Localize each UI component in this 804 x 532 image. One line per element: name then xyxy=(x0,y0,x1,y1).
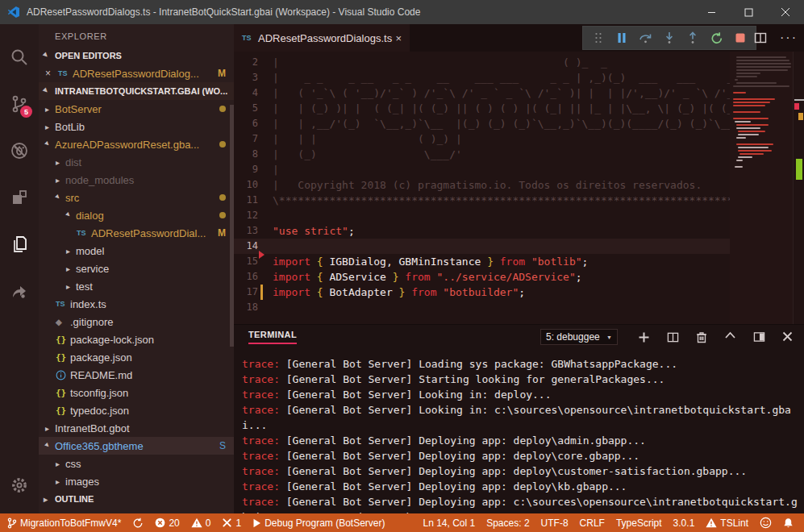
status-encoding[interactable]: UTF-8 xyxy=(535,513,574,532)
maximize-panel-button[interactable] xyxy=(724,331,736,343)
tree-item-azureadpasswordreset-gba-[interactable]: ▸AzureADPasswordReset.gba... xyxy=(39,135,234,153)
code-line-15[interactable]: 15import { IGBDialog, GBMinInstance } fr… xyxy=(234,254,730,269)
new-terminal-button[interactable] xyxy=(638,331,650,343)
status-notifications-bell[interactable] xyxy=(777,513,799,532)
close-button[interactable] xyxy=(767,0,804,24)
line-content: | | ,__/'(_) `\__,_)`\__ |(_) (_) (_)`\_… xyxy=(258,116,730,131)
debug-restart-button[interactable] xyxy=(706,27,727,48)
status-cursor-position[interactable]: Ln 14, Col 1 xyxy=(417,513,481,532)
move-panel-right-button[interactable] xyxy=(753,331,765,343)
open-editors-header[interactable]: ▸OPEN EDITORS xyxy=(39,47,234,64)
code-line-6[interactable]: 6| | ,__/'(_) `\__,_)`\__ |(_) (_) (_)`\… xyxy=(234,116,730,131)
code-line-3[interactable]: 3| _ _ _ __ _ _ __ ___ ___ _ _ | ,_)(_) … xyxy=(234,70,730,85)
code-line-10[interactable]: 10| Copyright 2018 (c) pragmatismo.io. T… xyxy=(234,177,730,193)
code-line-2[interactable]: 2| ( )_ _ xyxy=(234,55,730,70)
activity-search-button[interactable] xyxy=(0,34,39,81)
tree-item-office365-gbtheme[interactable]: ▸Office365.gbthemeS xyxy=(39,437,234,455)
tree-item-css[interactable]: ▸css xyxy=(39,455,234,472)
code-line-9[interactable]: 9| xyxy=(234,162,730,177)
overview-ruler[interactable] xyxy=(793,52,804,324)
tree-item-src[interactable]: ▸src xyxy=(39,189,234,206)
tree-item--gitignore[interactable]: ◆.gitignore xyxy=(39,313,234,330)
vscode-logo-icon xyxy=(7,6,20,19)
close-icon[interactable]: × xyxy=(45,68,58,79)
tree-item-label: typedoc.json xyxy=(70,405,129,417)
code-line-14[interactable]: 14 xyxy=(234,239,730,254)
activity-explorer-button[interactable] xyxy=(0,221,39,268)
code-line-8[interactable]: 8| (_) \___/' xyxy=(234,147,730,162)
maximize-button[interactable] xyxy=(730,0,767,24)
debug-drag-grip-button[interactable] xyxy=(588,27,609,48)
outline-header[interactable]: ▸OUTLINE xyxy=(39,490,234,508)
code-line-5[interactable]: 5| | (_) )| | ( (_| |( (_) || ( ) ( ) |(… xyxy=(234,101,730,116)
status-git-branch[interactable]: MigrationToBotFmwV4* xyxy=(2,513,127,532)
tree-item-adresetpassworddial-[interactable]: TSADResetPasswordDial...M xyxy=(39,224,234,242)
status-language-mode[interactable]: TypeScript xyxy=(610,513,668,532)
activity-debug-button[interactable] xyxy=(0,127,39,174)
status-warnings[interactable]: 0 xyxy=(185,513,217,532)
code-lines[interactable]: 2| ( )_ _3| _ _ _ __ _ _ __ ___ ___ _ _ … xyxy=(234,52,730,324)
code-editor[interactable]: 2| ( )_ _3| _ _ _ __ _ _ __ ___ ___ _ _ … xyxy=(234,52,804,324)
status-tslint[interactable]: TSLint xyxy=(700,513,754,532)
tree-item-label: src xyxy=(65,192,79,204)
debug-step-into-button[interactable] xyxy=(659,27,680,48)
tree-item-botserver[interactable]: ▸BotServer xyxy=(39,100,234,118)
split-editor-button[interactable] xyxy=(754,31,767,44)
activity-source-control-button[interactable]: 5 xyxy=(0,81,39,127)
status-label: TSLint xyxy=(720,517,748,529)
tree-item-test[interactable]: ▸test xyxy=(39,277,234,295)
tree-item-label: AzureADPasswordReset.gba... xyxy=(55,139,199,151)
tree-item-typedoc-json[interactable]: {}typedoc.json xyxy=(39,401,234,419)
status-version[interactable]: 3.0.1 xyxy=(668,513,701,532)
tree-item-tsconfig-json[interactable]: {}tsconfig.json xyxy=(39,384,234,401)
code-line-17[interactable]: 17import { BotAdapter } from "botbuilder… xyxy=(234,285,730,300)
status-eol[interactable]: CRLF xyxy=(574,513,610,532)
tree-item-index-ts[interactable]: TSindex.ts xyxy=(39,295,234,313)
minimap[interactable] xyxy=(730,52,793,324)
minimize-button[interactable] xyxy=(693,0,730,24)
tree-item-intranetbot-gbot[interactable]: ▸IntranetBot.gbot xyxy=(39,419,234,437)
open-editor-item[interactable]: ×TSADResetPasswordDialog...M xyxy=(39,64,234,82)
tab-close-icon[interactable]: × xyxy=(395,32,402,44)
code-line-16[interactable]: 16import { ADService } from "../service/… xyxy=(234,269,730,285)
activity-share-button[interactable] xyxy=(0,268,39,314)
code-line-4[interactable]: 4| ( '_`\ ( '__)/'_` ) /'_`\ /' _ ` _ `\… xyxy=(234,85,730,101)
status-sync[interactable] xyxy=(127,513,149,532)
kill-terminal-button[interactable] xyxy=(696,331,707,343)
terminal-tab[interactable]: TERMINAL xyxy=(248,330,297,344)
editor-tab-active[interactable]: TS ADResetPasswordDialogs.ts × xyxy=(234,24,410,52)
tree-item-images[interactable]: ▸images xyxy=(39,472,234,490)
split-terminal-button[interactable] xyxy=(667,331,679,343)
tree-item-dist[interactable]: ▸dist xyxy=(39,153,234,171)
code-line-7[interactable]: 7| | | ( )_) | xyxy=(234,131,730,147)
terminal-output[interactable]: trace: [General Bot Server] Loading sys … xyxy=(234,349,799,513)
code-line-18[interactable]: 18 xyxy=(234,300,730,315)
debug-step-over-button[interactable] xyxy=(635,27,656,48)
debug-stop-button[interactable] xyxy=(730,27,751,48)
tree-item-botlib[interactable]: ▸BotLib xyxy=(39,118,234,135)
workspace-header[interactable]: ▸INTRANETBOTQUICKSTART.GBAI (WO... xyxy=(39,82,234,100)
tree-item-node-modules[interactable]: ▸node_modules xyxy=(39,171,234,189)
code-line-13[interactable]: 13"use strict"; xyxy=(234,223,730,239)
code-line-12[interactable]: 12 xyxy=(234,208,730,223)
tree-item-readme-md[interactable]: README.md xyxy=(39,366,234,384)
more-actions-button[interactable]: ··· xyxy=(780,31,798,45)
status-indentation[interactable]: Spaces: 2 xyxy=(481,513,535,532)
status-tasks[interactable]: 1 xyxy=(216,513,247,532)
debug-step-out-button[interactable] xyxy=(682,27,703,48)
tree-item-model[interactable]: ▸model xyxy=(39,242,234,260)
status-label: Ln 14, Col 1 xyxy=(423,517,475,529)
terminal-select[interactable]: 5: debuggee ▼ xyxy=(540,329,618,345)
code-line-11[interactable]: 11\*************************************… xyxy=(234,193,730,208)
activity-settings-button[interactable] xyxy=(0,462,39,509)
tree-item-package-lock-json[interactable]: {}package-lock.json xyxy=(39,330,234,348)
status-feedback-smiley[interactable] xyxy=(754,513,777,532)
tree-item-package-json[interactable]: {}package.json xyxy=(39,348,234,366)
status-errors[interactable]: 20 xyxy=(149,513,185,532)
tree-item-service[interactable]: ▸service xyxy=(39,260,234,277)
activity-extensions-button[interactable] xyxy=(0,174,39,221)
status-debug-program[interactable]: Debug Program (BotServer) xyxy=(247,513,390,532)
debug-pause-button[interactable] xyxy=(611,27,632,48)
tree-item-dialog[interactable]: ▸dialog xyxy=(39,206,234,224)
close-panel-button[interactable] xyxy=(782,331,793,343)
